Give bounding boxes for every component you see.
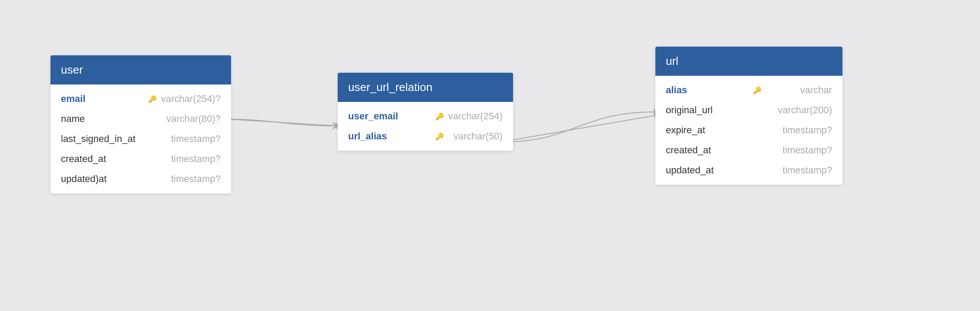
col-alias-name: alias [666, 85, 753, 96]
col-url-updated-type: timestamp? [782, 165, 832, 176]
table-user-body: email 🔑 varchar(254)? name varchar(80)? … [50, 85, 231, 193]
table-url-title: url [666, 54, 678, 68]
table-user-header: user [50, 55, 231, 85]
table-url: url alias 🔑 varchar original_url varchar… [655, 47, 842, 185]
table-row: user_email 🔑 varchar(254) [338, 106, 513, 126]
table-row: updated)at timestamp? [50, 169, 231, 189]
table-row: original_url varchar(200) [655, 100, 842, 120]
table-row: created_at timestamp? [50, 149, 231, 169]
table-url-header: url [655, 47, 842, 76]
table-url-body: alias 🔑 varchar original_url varchar(200… [655, 76, 842, 185]
col-created-type: timestamp? [171, 153, 221, 165]
table-relation-title: user_url_relation [348, 81, 433, 94]
col-email-type: varchar(254)? [161, 93, 221, 105]
col-email-name: email [61, 93, 148, 105]
col-url-alias-name: url_alias [348, 131, 435, 142]
col-name-name: name [61, 113, 148, 125]
key-icon: 🔑 [435, 132, 444, 141]
col-last-signed-name: last_signed_in_at [61, 133, 148, 145]
col-url-created-name: created_at [666, 145, 753, 156]
table-row: email 🔑 varchar(254)? [50, 89, 231, 109]
table-user: user email 🔑 varchar(254)? name varchar(… [50, 55, 231, 193]
table-row: expire_at timestamp? [655, 120, 842, 140]
table-row: last_signed_in_at timestamp? [50, 129, 231, 149]
col-url-alias-type: varchar(50) [453, 131, 502, 142]
table-relation-header: user_url_relation [338, 73, 513, 102]
key-icon: 🔑 [148, 95, 157, 103]
diagram-canvas: user email 🔑 varchar(254)? name varchar(… [33, 20, 947, 291]
col-name-type: varchar(80)? [166, 113, 221, 125]
svg-line-0 [216, 118, 338, 126]
col-url-updated-name: updated_at [666, 165, 753, 176]
table-row: updated_at timestamp? [655, 160, 842, 180]
col-user-email-name: user_email [348, 111, 435, 122]
col-expire-at-type: timestamp? [782, 125, 832, 136]
col-created-name: created_at [61, 153, 148, 165]
table-row: url_alias 🔑 varchar(50) [338, 126, 513, 146]
table-user-title: user [61, 63, 83, 76]
table-row: alias 🔑 varchar [655, 80, 842, 100]
table-row: name varchar(80)? [50, 109, 231, 129]
svg-line-6 [332, 123, 337, 126]
col-updated-type: timestamp? [171, 173, 221, 185]
col-last-signed-type: timestamp? [171, 133, 221, 145]
key-icon: 🔑 [435, 112, 444, 121]
table-row: created_at timestamp? [655, 140, 842, 160]
col-expire-at-name: expire_at [666, 125, 753, 136]
col-alias-type: varchar [800, 85, 832, 96]
key-icon: 🔑 [753, 86, 762, 95]
svg-line-7 [332, 126, 337, 129]
table-relation-body: user_email 🔑 varchar(254) url_alias 🔑 va… [338, 102, 513, 151]
col-url-created-type: timestamp? [782, 145, 832, 156]
col-updated-name: updated)at [61, 173, 148, 185]
table-user-url-relation: user_url_relation user_email 🔑 varchar(2… [338, 73, 513, 151]
col-original-url-name: original_url [666, 105, 753, 116]
col-user-email-type: varchar(254) [448, 111, 503, 122]
col-original-url-type: varchar(200) [778, 105, 832, 116]
svg-line-1 [503, 115, 655, 142]
